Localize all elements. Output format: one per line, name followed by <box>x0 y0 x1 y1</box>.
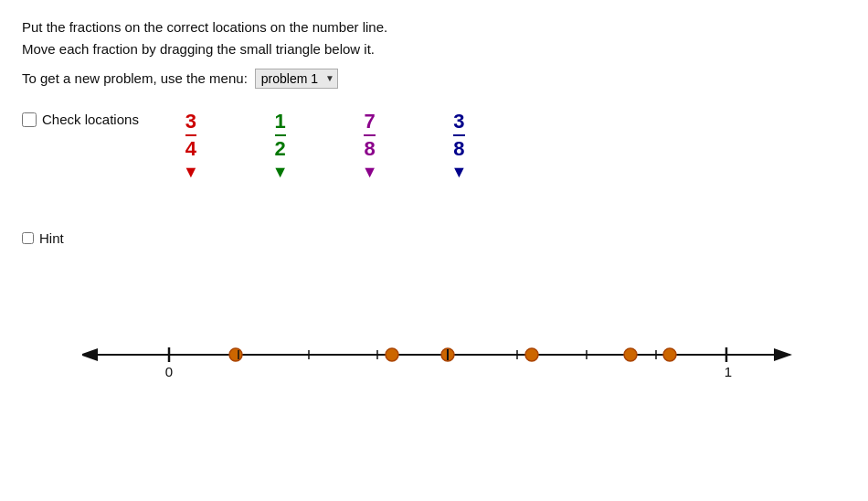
fraction-display-2: 7 8 <box>364 110 375 162</box>
fraction-bar-1 <box>275 134 286 136</box>
hint-checkbox[interactable] <box>22 232 34 244</box>
fraction-display-1: 1 2 <box>275 110 286 162</box>
problem-select[interactable]: problem 1 <box>255 69 338 89</box>
numerator-3: 3 <box>453 110 464 133</box>
numerator-0: 3 <box>185 110 196 133</box>
denominator-1: 2 <box>275 137 286 161</box>
fractions-area: 3 4 ▼ 1 2 ▼ 7 8 ▼ 3 8 ▼ <box>183 110 467 180</box>
fraction-bar-0 <box>185 134 196 136</box>
denominator-0: 4 <box>185 137 196 161</box>
dot-2[interactable] <box>386 348 398 361</box>
fraction-bar-2 <box>364 134 375 136</box>
denominator-2: 8 <box>364 137 375 161</box>
fraction-item-2[interactable]: 7 8 ▼ <box>362 110 378 180</box>
instruction-line1: Put the fractions on the correct locatio… <box>22 16 846 38</box>
dot-1[interactable] <box>229 348 242 361</box>
hint-label: Hint <box>39 230 64 246</box>
dot-6[interactable] <box>663 348 676 361</box>
menu-line: To get a new problem, use the menu: prob… <box>22 68 846 90</box>
denominator-3: 8 <box>453 137 464 161</box>
dot-5[interactable] <box>624 348 637 361</box>
fraction-arrow-2[interactable]: ▼ <box>362 164 378 180</box>
fraction-arrow-1[interactable]: ▼ <box>272 164 289 180</box>
fraction-arrow-0[interactable]: ▼ <box>183 164 199 180</box>
hint-row: Hint <box>22 230 64 246</box>
problem-select-wrapper[interactable]: problem 1 <box>255 68 338 90</box>
dot-4[interactable] <box>525 348 538 361</box>
fraction-arrow-3[interactable]: ▼ <box>450 164 467 180</box>
fraction-display-3: 3 8 <box>453 110 464 162</box>
fraction-item-3[interactable]: 3 8 ▼ <box>450 110 467 180</box>
check-locations-checkbox[interactable] <box>22 112 37 127</box>
numerator-2: 7 <box>364 110 375 133</box>
fraction-item-1[interactable]: 1 2 ▼ <box>272 110 289 180</box>
fraction-item-0[interactable]: 3 4 ▼ <box>183 110 199 180</box>
instruction-line2: Move each fraction by dragging the small… <box>22 38 846 60</box>
instruction-line3: To get a new problem, use the menu: <box>22 68 248 90</box>
one-label: 1 <box>725 364 732 379</box>
numerator-1: 1 <box>275 110 286 133</box>
fraction-bar-3 <box>453 134 464 136</box>
zero-label: 0 <box>165 364 173 379</box>
instructions-block: Put the fractions on the correct locatio… <box>0 0 868 97</box>
fraction-display-0: 3 4 <box>185 110 196 162</box>
number-line-final: 0 1 <box>82 329 804 393</box>
check-locations-label: Check locations <box>42 112 139 127</box>
